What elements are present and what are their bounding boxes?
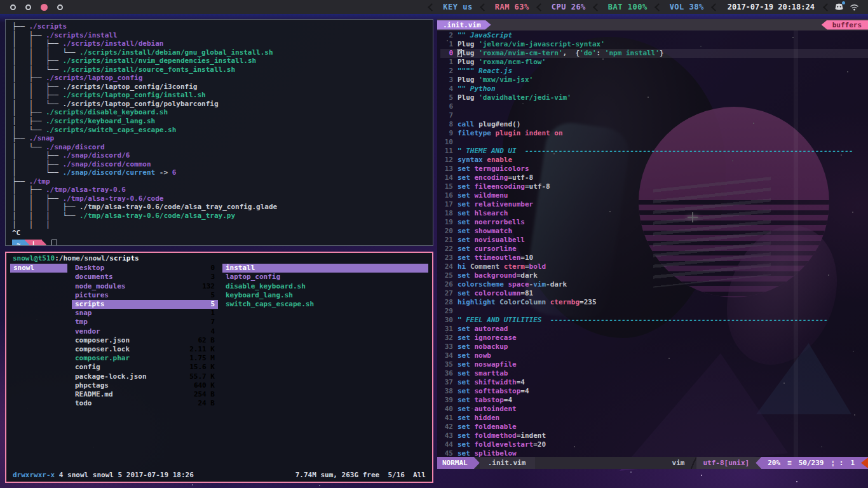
code-line[interactable]: 6 [440,102,868,111]
code-line[interactable]: 2"""" React.js [440,67,868,76]
code-line[interactable]: 14set encoding=utf-8 [440,173,868,182]
code-line[interactable]: 27set colorcolumn=81 [440,289,868,298]
code-line[interactable]: 34set nowb [440,351,868,360]
file-row[interactable]: README.md254 B [72,390,218,399]
code-text: call plug#end() [458,120,520,129]
code-line[interactable]: 42set foldenable [440,423,868,431]
file-row[interactable]: package-lock.json55.7 K [72,372,218,381]
code-line[interactable]: 2"" JavaScript [440,31,868,40]
code-line[interactable]: 43set foldmethod=indent [440,431,868,440]
discord-icon[interactable] [834,3,844,11]
ranger-main-column: Desktop0documents3node_modules132picture… [72,264,218,471]
file-row[interactable]: scripts5 [72,300,218,309]
file-row[interactable]: laptop_config [222,273,428,281]
tree-line: │ │ │ └── ./scripts/install/debian/gnu_g… [12,48,433,57]
file-row[interactable]: snowl [10,264,67,273]
code-line[interactable]: 44set foldlevelstart=20 [440,440,868,449]
code-text: """" React.js [458,67,512,76]
code-line[interactable]: 7 [440,111,868,120]
code-token: =indent [517,431,546,440]
workspace-3[interactable] [41,4,48,11]
tree-line: ├── ./snap [12,134,433,143]
code-line[interactable]: 10 [440,138,868,147]
file-row[interactable]: node_modules132 [72,282,218,291]
code-line[interactable]: 18set hlsearch [440,209,868,218]
code-line[interactable]: 8call plug#end() [440,120,868,129]
code-text: set autoindent [458,405,517,414]
code-line[interactable]: 5Plug 'davidhalter/jedi-vim' [440,93,868,102]
code-line[interactable]: 1Plug 'roxma/ncm-flow' [440,58,868,67]
code-text: set shiftwidth=4 [458,378,525,387]
code-line[interactable]: 24hi Comment cterm=bold [440,262,868,271]
file-row[interactable]: todo24 B [72,399,218,408]
file-row[interactable]: snap1 [72,309,218,318]
code-line[interactable]: 33set nobackup [440,342,868,351]
code-line[interactable]: 11" THEME AND UI -----------------------… [440,147,868,156]
file-row[interactable]: keyboard_lang.sh [222,291,428,300]
file-row[interactable]: install [222,264,428,273]
vim-tab[interactable]: .init.vim [437,20,491,30]
code-line[interactable]: 45set splitbelow [440,449,868,457]
tree-line: │ │ │ ├── ./tmp/alsa-tray-0.6/code/alsa_… [12,203,433,212]
file-row[interactable]: tmp7 [72,318,218,327]
code-line[interactable]: 23set ttimeoutlen=10 [440,254,868,262]
code-line[interactable]: 19set noerrorbells [440,218,868,227]
workspace-4[interactable] [57,4,63,10]
file-row[interactable]: disable_keyboard.sh [222,282,428,291]
code-line[interactable]: 3Plug 'mxw/vim-jsx' [440,76,868,85]
file-row[interactable]: documents3 [72,273,218,281]
workspace-2[interactable] [25,4,31,10]
code-line[interactable]: 28highlight ColorColumn ctermbg=235 [440,298,868,307]
code-line[interactable]: 29 [440,307,868,316]
code-line[interactable]: 37set shiftwidth=4 [440,378,868,387]
code-line[interactable]: 30" FEEL AND UTILITIES -----------------… [440,316,868,325]
code-line[interactable]: 20set showmatch [440,227,868,236]
code-line[interactable]: 31set autoread [440,325,868,334]
code-text: hi Comment cterm=bold [458,262,546,271]
file-row[interactable]: pictures5 [72,291,218,300]
code-line[interactable]: 40set autoindent [440,405,868,414]
code-line[interactable]: 36set smarttab [440,369,868,378]
code-line[interactable]: 21set novisualbell [440,236,868,245]
code-line[interactable]: 26colorscheme space-vim-dark [440,280,868,289]
tree-entry-name: ./scripts/disable_keyboard.sh [46,108,168,116]
code-line[interactable]: 32set ignorecase [440,334,868,342]
code-line[interactable]: 41set hidden [440,414,868,423]
tree-entry-name: ./snap/discord/common [62,160,151,168]
file-row[interactable]: phpctags640 K [72,381,218,390]
file-row[interactable]: config15.6 K [72,363,218,372]
code-line[interactable]: 16set wildmenu [440,191,868,200]
code-line[interactable]: 38set softtabstop=4 [440,387,868,396]
workspace-1[interactable] [10,4,16,10]
code-text: set autoread [458,325,508,334]
code-line[interactable]: 17set relativenumber [440,200,868,209]
code-line[interactable]: 22set cursorline [440,245,868,254]
code-token: set [458,369,475,377]
code-token: Plug [458,40,478,48]
file-row[interactable]: composer.lock2.11 K [72,345,218,354]
file-row[interactable]: composer.phar1.75 M [72,354,218,363]
file-row[interactable]: composer.json62 B [72,336,218,345]
wifi-icon[interactable] [850,4,859,11]
code-line[interactable]: 0Plug 'roxma/nvim-cm-tern', {'do': 'npm … [440,49,868,58]
file-row[interactable]: vendor4 [72,327,218,336]
code-line[interactable]: 13set termguicolors [440,165,868,173]
code-text: " FEEL AND UTILITIES -------------------… [458,316,828,325]
code-line[interactable]: 39set tabstop=4 [440,396,868,405]
line-number: 23 [440,254,453,262]
code-line[interactable]: 12syntax enable [440,156,868,165]
code-line[interactable]: 9filetype plugin indent on [440,129,868,138]
file-row[interactable]: Desktop0 [72,264,218,273]
tree-line: ├── ./scripts [12,22,433,31]
code-token: novisualbell [475,236,525,244]
code-line[interactable]: 15set fileencoding=utf-8 [440,182,868,191]
vim-encoding: utf-8[unix] [696,457,756,469]
file-row[interactable]: switch_caps_escape.sh [222,300,428,309]
code-line[interactable]: 1Plug 'jelera/vim-javascript-syntax' [440,40,868,49]
code-line[interactable]: 25set background=dark [440,271,868,280]
file-size: 1.75 M [189,354,215,363]
code-text: filetype plugin indent on [458,129,563,138]
code-token: dark [550,280,567,288]
code-line[interactable]: 35set noswapfile [440,360,868,369]
code-line[interactable]: 4"" Python [440,85,868,93]
